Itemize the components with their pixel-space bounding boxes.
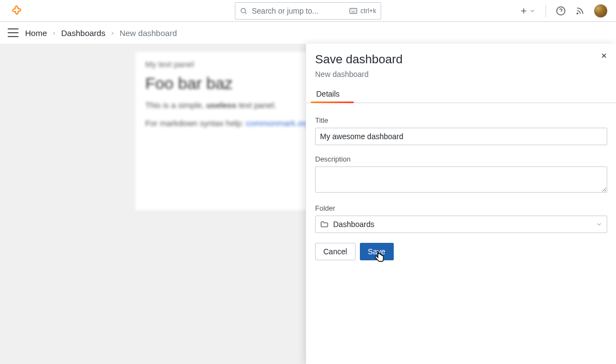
drawer-header: Save dashboard New dashboard Details [306,44,616,108]
svg-point-0 [241,8,245,13]
save-dashboard-drawer: Save dashboard New dashboard Details Tit… [306,44,616,364]
markdown-help-link[interactable]: commonmark.org [246,118,310,128]
breadcrumb-separator [110,28,115,38]
grafana-logo[interactable] [9,3,24,19]
breadcrumb-separator [51,28,57,38]
chevron-down-icon [596,221,602,228]
plus-icon [519,7,528,15]
global-search[interactable]: Search or jump to... ctrl+k [235,2,381,20]
search-icon [240,7,247,15]
description-label: Description [315,155,607,163]
breadcrumb-current: New dashboard [120,28,177,38]
help-button[interactable] [556,6,566,16]
description-field: Description [315,155,607,194]
breadcrumb: Home Dashboards New dashboard [25,28,177,38]
user-avatar[interactable] [594,4,607,17]
keyboard-icon [350,8,357,14]
cancel-button[interactable]: Cancel [315,243,356,260]
svg-rect-2 [350,8,357,13]
folder-label: Folder [315,204,607,212]
breadcrumb-dashboards[interactable]: Dashboards [61,28,105,38]
search-shortcut-hint: ctrl+k [350,7,376,15]
rss-icon [576,7,584,15]
description-input[interactable] [315,166,607,193]
topbar-right [519,4,607,17]
title-input[interactable] [315,128,607,145]
add-menu-button[interactable] [519,7,536,15]
help-icon [556,6,566,16]
drawer-title: Save dashboard [315,52,607,67]
menu-toggle-button[interactable] [7,27,20,38]
top-navbar: Search or jump to... ctrl+k [0,0,616,22]
drawer-actions: Cancel Save [315,243,607,260]
divider [546,5,546,17]
news-button[interactable] [576,7,584,15]
tab-details[interactable]: Details [311,85,345,103]
folder-icon [320,220,329,229]
drawer-subtitle: New dashboard [315,70,607,79]
breadcrumb-home[interactable]: Home [25,28,47,38]
chevron-down-icon [529,8,536,14]
breadcrumb-bar: Home Dashboards New dashboard [0,22,616,44]
drawer-close-button[interactable] [599,50,609,61]
drawer-tabs: Details [306,85,616,103]
save-button[interactable]: Save [360,243,394,260]
title-field: Title [315,116,607,145]
folder-field: Folder Dashboards [315,204,607,233]
svg-point-12 [577,13,578,14]
search-placeholder: Search or jump to... [252,7,345,15]
title-label: Title [315,116,607,124]
svg-line-1 [245,12,247,14]
folder-value: Dashboards [333,220,591,229]
close-icon [600,52,608,59]
drawer-body: Title Description Folder Dashboards Canc… [306,108,616,269]
folder-select[interactable]: Dashboards [315,216,607,233]
search-shortcut-text: ctrl+k [360,7,376,15]
